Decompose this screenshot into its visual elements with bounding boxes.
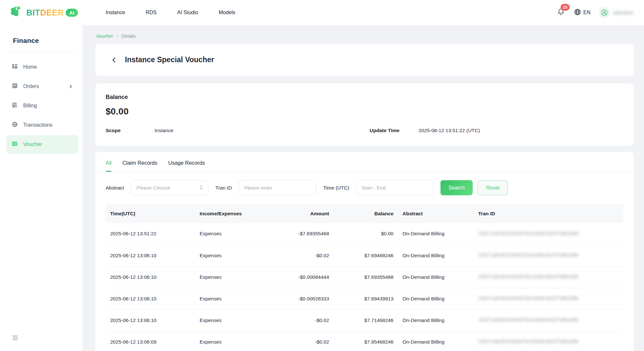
user-menu[interactable]: username — [599, 7, 633, 18]
cell-income-expenses: Expenses — [195, 309, 276, 331]
col-header-balance: Balance — [334, 204, 398, 223]
tran-id-redacted: 10d71ab29c53e0d7b14a60c9e2f7d8a36b — [478, 252, 579, 258]
svg-text:$: $ — [14, 142, 16, 145]
cell-tran-id: 10d71ab29c53e0d7b14a60c9e2f7d8a36b — [474, 266, 623, 288]
cell-balance: $7.85468246 — [334, 331, 398, 351]
tran-id-redacted: 10d71ab29c53e0d7b14a60c9e2f7d8a36b — [478, 338, 579, 344]
tab-all[interactable]: All — [106, 160, 111, 171]
sidebar: Finance Home Orders — [0, 25, 82, 351]
title-card: Instance Special Voucher — [95, 44, 634, 76]
table-row: 2025-06-12 13:06:10Expenses-$0.02$7.7146… — [106, 309, 623, 331]
brand-text-bit: BIT — [26, 8, 40, 18]
back-button[interactable] — [111, 57, 117, 63]
billing-icon: $ — [12, 102, 18, 110]
avatar — [599, 7, 610, 18]
chevron-right-icon — [68, 84, 73, 89]
cell-time: 2025-06-12 13:51:22 — [106, 223, 195, 245]
records-card: All Claim Records Usage Records Abstract… — [95, 152, 634, 351]
cell-tran-id: 10d71ab29c53e0d7b14a60c9e2f7d8a36b — [474, 245, 623, 266]
cell-income-expenses: Expenses — [195, 266, 276, 288]
page-title: Instance Special Voucher — [125, 55, 214, 64]
nav-link-instance[interactable]: Instance — [106, 10, 125, 15]
cell-time: 2025-06-12 13:06:10 — [106, 309, 195, 331]
sidebar-item-label: Voucher — [23, 141, 42, 147]
cell-balance: $0.00 — [334, 223, 398, 245]
sidebar-item-orders[interactable]: Orders — [6, 77, 78, 96]
main-content: Voucher / Details Instance Special Vouch… — [82, 25, 644, 351]
cell-balance: $7.69439913 — [334, 288, 398, 309]
home-icon — [12, 63, 18, 71]
sidebar-item-label: Transactions — [23, 122, 52, 128]
col-header-amount: Amount — [276, 204, 334, 223]
update-time-label: Update Time — [370, 128, 419, 133]
voucher-icon: $ — [12, 141, 18, 148]
cell-abstract: On-Demand Billing — [398, 223, 474, 245]
navbar-right: 23 EN username — [557, 7, 633, 18]
reset-button[interactable]: Reset — [478, 180, 508, 195]
table-row: 2025-06-12 13:51:22Expenses-$7.69355468$… — [106, 223, 623, 245]
sidebar-item-label: Billing — [23, 103, 37, 109]
notification-count-badge: 23 — [561, 4, 570, 11]
select-arrows-icon — [199, 185, 204, 191]
cell-abstract: On-Demand Billing — [398, 288, 474, 309]
language-switcher[interactable]: EN — [574, 8, 591, 17]
cell-time: 2025-06-12 13:06:10 — [106, 245, 195, 266]
tab-usage-records[interactable]: Usage Records — [168, 160, 205, 171]
user-name-redacted: username — [613, 10, 633, 15]
sidebar-title: Finance — [0, 25, 82, 52]
cell-amount: -$0.00084444 — [276, 266, 334, 288]
sidebar-item-billing[interactable]: $ Billing — [6, 96, 78, 115]
records-table: Time(UTC) Income/Expenses Amount Balance… — [106, 204, 623, 351]
cell-tran-id: 10d71ab29c53e0d7b14a60c9e2f7d8a36b — [474, 288, 623, 309]
cell-income-expenses: Expenses — [195, 331, 276, 351]
balance-amount: $0.00 — [106, 106, 623, 117]
cell-amount: -$0.00028333 — [276, 288, 334, 309]
transactions-icon — [12, 121, 18, 129]
abstract-filter-label: Abstract — [106, 185, 124, 191]
filter-bar: Abstract Please Choose Tran ID Time (UTC… — [106, 180, 623, 195]
sidebar-item-home[interactable]: Home — [6, 58, 78, 76]
records-table-body: 2025-06-12 13:51:22Expenses-$7.69355468$… — [106, 223, 623, 351]
sidebar-item-label: Orders — [23, 83, 39, 89]
cell-amount: -$0.02 — [276, 245, 334, 266]
brand-wordmark: BITDEER AI — [26, 8, 78, 18]
sidebar-item-transactions[interactable]: Transactions — [6, 116, 78, 134]
brand-logo[interactable]: BITDEER AI — [10, 5, 84, 20]
scope-value: Instance — [155, 128, 174, 133]
update-time-value: 2025-06-12 13:51:22 (UTC) — [419, 128, 480, 133]
breadcrumb-current: Details — [121, 34, 136, 39]
balance-label: Balance — [106, 94, 623, 101]
notifications-button[interactable]: 23 — [557, 8, 565, 17]
abstract-select-placeholder: Please Choose — [137, 185, 170, 191]
language-label: EN — [583, 10, 591, 15]
table-row: 2025-06-12 13:06:10Expenses-$0.00084444$… — [106, 266, 623, 288]
records-table-header: Time(UTC) Income/Expenses Amount Balance… — [106, 204, 623, 223]
cell-balance: $7.69468246 — [334, 245, 398, 266]
cell-income-expenses: Expenses — [195, 245, 276, 266]
brand-text-deer: DEER — [40, 8, 64, 18]
cell-abstract: On-Demand Billing — [398, 331, 474, 351]
tab-claim-records[interactable]: Claim Records — [122, 160, 157, 171]
cell-time: 2025-06-12 13:06:10 — [106, 266, 195, 288]
sidebar-collapse-button[interactable] — [12, 334, 19, 343]
time-range-input[interactable] — [356, 180, 433, 195]
cell-balance: $7.69355468 — [334, 266, 398, 288]
cell-tran-id: 10d71ab29c53e0d7b14a60c9e2f7d8a36b — [474, 223, 623, 245]
tranid-input[interactable] — [239, 180, 316, 195]
nav-link-models[interactable]: Models — [219, 10, 235, 15]
globe-icon — [574, 8, 581, 17]
cell-time: 2025-06-12 13:06:09 — [106, 331, 195, 351]
breadcrumb-voucher-link[interactable]: Voucher — [96, 34, 113, 39]
nav-link-ai-studio[interactable]: AI Studio — [177, 10, 198, 15]
nav-link-rds[interactable]: RDS — [146, 10, 156, 15]
cell-balance: $7.71468246 — [334, 309, 398, 331]
table-row: 2025-06-12 13:06:10Expenses-$0.00028333$… — [106, 288, 623, 309]
search-button[interactable]: Search — [440, 180, 473, 195]
sidebar-item-voucher[interactable]: $ Voucher — [6, 135, 78, 154]
cell-amount: -$7.69355468 — [276, 223, 334, 245]
abstract-select[interactable]: Please Choose — [131, 180, 208, 195]
primary-nav: Instance RDS AI Studio Models — [106, 10, 235, 15]
col-header-income-expenses: Income/Expenses — [195, 204, 276, 223]
cell-amount: -$0.02 — [276, 331, 334, 351]
balance-meta-row: Scope Instance Update Time 2025-06-12 13… — [106, 128, 623, 133]
